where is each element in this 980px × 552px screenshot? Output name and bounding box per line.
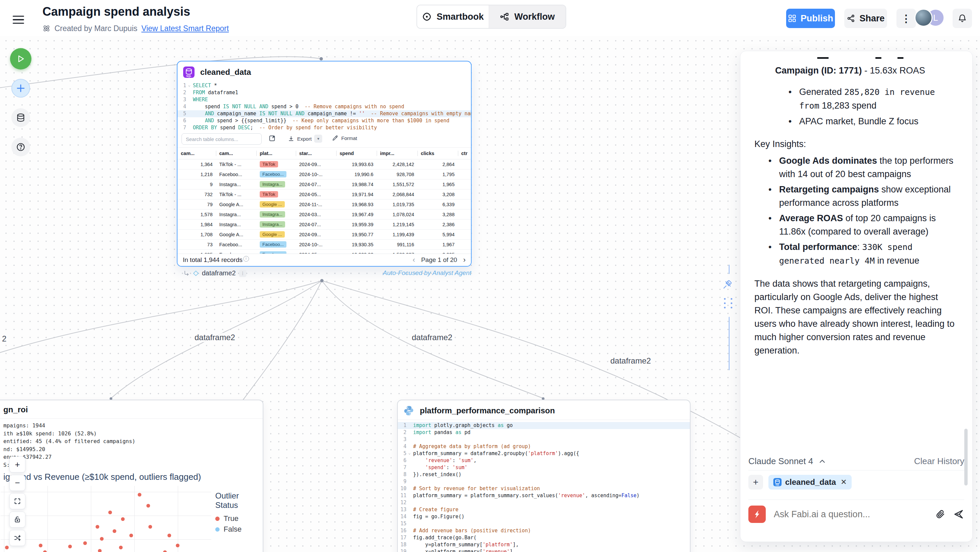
send-message-button[interactable]: [953, 509, 964, 520]
column-header-ctr[interactable]: ctr: [458, 148, 472, 159]
panel-scrollbar[interactable]: [964, 429, 967, 485]
code-line[interactable]: 4 spend IS NOT NULL AND spend > 0 -- Rem…: [178, 103, 471, 110]
search-table-columns-input[interactable]: Search table columns...: [181, 133, 262, 145]
code-line[interactable]: 1import plotly.graph_objects as go: [398, 422, 690, 429]
publish-button[interactable]: Publish: [786, 9, 835, 28]
code-line[interactable]: 11platform_summary = platform_summary.so…: [398, 492, 690, 499]
next-page-button[interactable]: ›: [463, 256, 466, 264]
code-line[interactable]: 2FROM dataframe1: [178, 89, 471, 96]
code-line[interactable]: 16# Add revenue bars (positive direction…: [398, 527, 690, 534]
python-editor[interactable]: 1import plotly.graph_objects as go2impor…: [398, 422, 690, 552]
results-table[interactable]: cam...cam...plat...star...spendimpr...cl…: [178, 147, 472, 259]
code-line[interactable]: 3: [398, 436, 690, 443]
code-line[interactable]: 12: [398, 499, 690, 506]
add-context-button[interactable]: +: [748, 475, 763, 490]
legend-item-false[interactable]: False: [215, 524, 263, 535]
output-options-button[interactable]: ⋮: [239, 270, 247, 277]
code-line[interactable]: 14fig = go.Figure(): [398, 513, 690, 520]
info-icon[interactable]: i: [243, 256, 249, 262]
add-node-button[interactable]: [11, 79, 30, 97]
table-row[interactable]: 1,578Instagra...Instagra...2024-03...19,…: [178, 210, 472, 220]
platform-badge: Instagra...: [260, 211, 285, 218]
column-header-plat[interactable]: plat...: [256, 148, 296, 159]
legend-item-true[interactable]: True: [215, 513, 263, 524]
node-cleaned-data[interactable]: SQL cleaned_data 1˅SELECT *2FROM datafra…: [177, 61, 472, 267]
code-line[interactable]: 19 x=platform_summary['revenue'],: [398, 548, 690, 552]
data-sources-button[interactable]: [11, 108, 30, 127]
panel-resize-guide[interactable]: [729, 317, 730, 370]
table-row[interactable]: 1,984Instagra...Instagra...2024-07...19,…: [178, 220, 472, 229]
table-row[interactable]: 732TikTok - ...TikTok2024-05...19,971.94…: [178, 189, 472, 199]
column-header-star[interactable]: star...: [296, 148, 336, 159]
panel-drag-handle[interactable]: [724, 298, 733, 309]
remove-context-icon[interactable]: ✕: [841, 478, 846, 487]
node-platform-performance-comparison[interactable]: platform_performance_comparison 1import …: [397, 399, 690, 552]
code-line[interactable]: 10# Sort by revenue for better visualiza…: [398, 485, 690, 492]
attach-file-button[interactable]: [935, 509, 946, 520]
bullet-marker: •: [768, 183, 772, 196]
code-line[interactable]: 5˅platform_summary = dataframe2.groupby(…: [398, 450, 690, 457]
code-line[interactable]: 9: [398, 478, 690, 485]
code-line[interactable]: 17fig.add_trace(go.Bar(: [398, 534, 690, 541]
table-row[interactable]: 79Google A...Google ...2024-11-...19,968…: [178, 199, 472, 210]
ask-fabi-input[interactable]: [773, 509, 928, 520]
code-line[interactable]: 4# Aggregate data by platform (ad group): [398, 443, 690, 450]
column-header-clicks[interactable]: clicks: [417, 148, 458, 159]
node-campaign-roi[interactable]: gn_roi mpaigns: 1944ith ≥$10k spend: 102…: [0, 399, 263, 552]
input-port-dot[interactable]: [320, 57, 323, 60]
tab-smartbook[interactable]: Smartbook: [417, 5, 488, 28]
chevron-up-icon[interactable]: [818, 457, 827, 466]
column-header-cam[interactable]: cam...: [178, 148, 216, 159]
export-button[interactable]: Export ▾: [288, 135, 322, 143]
clear-history-button[interactable]: Clear History: [914, 456, 964, 466]
chart-title-fragment-right: nd vs Revenue (≥$10k spend, outliers fla…: [21, 472, 201, 482]
code-line[interactable]: 2import pandas as pd: [398, 429, 690, 436]
hamburger-menu-icon[interactable]: [13, 13, 24, 22]
lock-canvas-button[interactable]: [10, 512, 25, 528]
column-header-impr[interactable]: impr...: [377, 148, 417, 159]
code-line[interactable]: 8}).reset_index(): [398, 471, 690, 478]
code-line[interactable]: 3WHERE: [178, 96, 471, 103]
column-header-spend[interactable]: spend: [336, 148, 377, 159]
code-line[interactable]: 15: [398, 520, 690, 527]
column-header-cam[interactable]: cam...: [216, 148, 256, 159]
format-button[interactable]: Format: [332, 135, 357, 142]
context-chip-cleaned-data[interactable]: SQL cleaned_data ✕: [768, 475, 852, 490]
zoom-out-button[interactable]: −: [10, 475, 25, 491]
export-dropdown-chevron[interactable]: ▾: [314, 135, 322, 143]
avatar-photo[interactable]: [915, 9, 932, 27]
help-button[interactable]: [11, 138, 30, 156]
zoom-in-button[interactable]: +: [10, 457, 25, 472]
panel-resize-guide[interactable]: [729, 265, 730, 274]
code-line[interactable]: 5 AND campaign_name IS NOT NULL AND camp…: [178, 110, 471, 117]
tab-workflow[interactable]: Workflow: [488, 5, 566, 28]
more-options-button[interactable]: ⋮: [896, 9, 916, 28]
shuffle-layout-button[interactable]: [10, 530, 25, 546]
table-row[interactable]: 9Instagra...Instagra...2024-07...19,988.…: [178, 180, 472, 189]
output-dataframe-label[interactable]: dataframe2: [202, 269, 235, 277]
fit-view-button[interactable]: [10, 493, 25, 509]
table-row[interactable]: 73Faceboo...Faceboo...2024-10-...19,930.…: [178, 240, 472, 250]
prev-page-button[interactable]: ‹: [413, 256, 415, 264]
notifications-button[interactable]: [953, 9, 972, 28]
table-row[interactable]: 1,218Faceboo...Faceboo...2024-10-...19,9…: [178, 169, 472, 180]
model-selector[interactable]: Claude Sonnet 4: [748, 456, 813, 466]
sql-editor[interactable]: 1˅SELECT *2FROM dataframe13WHERE4 spend …: [178, 82, 471, 131]
unpin-panel-icon[interactable]: [722, 280, 732, 290]
code-line[interactable]: 7ORDER BY spend DESC; -- Order by spend …: [178, 124, 471, 131]
run-workflow-button[interactable]: [10, 48, 32, 70]
expand-table-button[interactable]: [269, 135, 276, 142]
code-line[interactable]: 1˅SELECT *: [178, 82, 471, 89]
code-line[interactable]: 13# Create figure: [398, 506, 690, 513]
output-port-dot[interactable]: [320, 279, 323, 282]
code-line[interactable]: 6 AND spend > {{spend_limit}} -- Keep on…: [178, 117, 471, 124]
view-latest-smart-report-link[interactable]: View Latest Smart Report: [142, 24, 229, 33]
scatter-plot[interactable]: [1, 486, 215, 552]
code-line[interactable]: 18 y=platform_summary['platform'],: [398, 541, 690, 548]
share-button[interactable]: Share: [844, 9, 887, 28]
chart-legend[interactable]: Outlier Status True False: [215, 491, 263, 535]
table-row[interactable]: 1,708Google A...Google ...2024-09...19,9…: [178, 229, 472, 240]
code-line[interactable]: 7 'spend': 'sum': [398, 464, 690, 471]
code-line[interactable]: 6 'revenue': 'sum',: [398, 457, 690, 464]
table-row[interactable]: 1,364TikTok - ...TikTok2024-09...19,993.…: [178, 159, 472, 169]
